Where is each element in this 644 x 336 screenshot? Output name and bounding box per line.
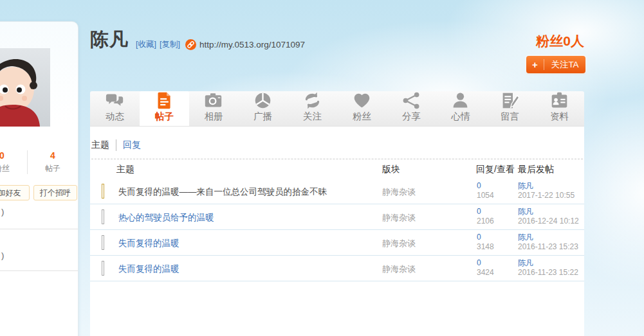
posts-label: 帖子 bbox=[28, 163, 78, 174]
profile-main: 陈凡 [收藏] [复制] http://my.0513.org/1071097 … bbox=[90, 0, 584, 336]
copy-link[interactable]: [复制] bbox=[160, 39, 180, 50]
sidebar-truncated-text: ) bbox=[1, 251, 4, 260]
greet-button[interactable]: 打个招呼 bbox=[33, 185, 77, 200]
posts-count: 4 bbox=[28, 150, 78, 161]
topic-forum-link[interactable]: 静海杂谈 bbox=[382, 263, 416, 275]
last-post-author-link[interactable]: 陈凡 bbox=[518, 258, 578, 268]
note-pen-icon bbox=[501, 91, 519, 110]
topic-row: 失而复得的温暖 静海杂谈 0 3148 陈凡 2016-11-23 15:23 bbox=[90, 230, 584, 256]
last-post-date: 2016-11-23 15:23 bbox=[518, 242, 578, 252]
last-post-date: 2016-11-23 15:22 bbox=[518, 268, 578, 278]
profile-tab[interactable]: 心情 bbox=[436, 91, 486, 126]
profile-stats: 0 粉丝 4 帖子 bbox=[0, 150, 78, 174]
topic-replies-views: 0 2106 bbox=[477, 207, 494, 226]
topic-title-link[interactable]: 失而复得的温暖 bbox=[118, 238, 179, 249]
topic-title-link[interactable]: 失而复得的温暖——来自一位总公司驾驶员的拾金不昧 bbox=[118, 186, 327, 198]
tab-label: 分享 bbox=[402, 111, 421, 123]
dashed-divider bbox=[91, 159, 583, 159]
profile-tab[interactable]: 分享 bbox=[387, 91, 436, 126]
topic-last-post: 陈凡 2016-12-24 10:12 bbox=[518, 207, 579, 226]
sidebar-divider bbox=[0, 270, 78, 271]
sidebar-divider bbox=[0, 229, 78, 229]
topic-row: 热心的驾驶员给予的温暖 静海杂谈 0 2106 陈凡 2016-12-24 10… bbox=[90, 204, 584, 230]
topic-views-count: 3424 bbox=[477, 268, 494, 278]
topic-replies-views: 0 3148 bbox=[477, 233, 494, 252]
topic-replies-count[interactable]: 0 bbox=[477, 181, 494, 191]
topic-list: 失而复得的温暖——来自一位总公司驾驶员的拾金不昧 静海杂谈 0 1054 陈凡 … bbox=[90, 179, 584, 281]
profile-tab[interactable]: 动态 bbox=[90, 91, 140, 126]
topic-replies-count[interactable]: 0 bbox=[477, 258, 494, 268]
topic-title-link[interactable]: 热心的驾驶员给予的温暖 bbox=[118, 212, 214, 224]
topic-last-post: 陈凡 2016-11-23 15:22 bbox=[518, 258, 578, 278]
topic-doc-icon bbox=[102, 263, 104, 274]
profile-tab[interactable]: 留言 bbox=[485, 91, 535, 126]
tab-label: 关注 bbox=[303, 111, 322, 123]
tab-label: 相册 bbox=[204, 111, 223, 123]
avatar-illustration bbox=[0, 48, 50, 127]
sidebar-truncated-text: ) bbox=[1, 207, 4, 217]
share-nodes-icon bbox=[402, 91, 421, 110]
profile-url: http://my.0513.org/1071097 bbox=[199, 40, 305, 49]
last-post-date: 2017-1-22 10:55 bbox=[518, 191, 575, 200]
table-header-row: 主题 版块 回复/查看 最后发帖 bbox=[90, 164, 584, 179]
topic-replies-views: 0 3424 bbox=[477, 258, 494, 278]
profile-tab[interactable]: 粉丝 bbox=[337, 91, 387, 126]
profile-sidebar-card: 0 粉丝 4 帖子 加好友 打个招呼 ) ) bbox=[0, 21, 78, 336]
link-icon bbox=[185, 39, 196, 50]
tab-label: 帖子 bbox=[155, 111, 174, 123]
person-icon bbox=[451, 91, 470, 110]
favorite-link[interactable]: [收藏] bbox=[136, 39, 156, 50]
last-post-author-link[interactable]: 陈凡 bbox=[518, 181, 575, 191]
profile-tab[interactable]: 广播 bbox=[238, 91, 288, 126]
heart-icon bbox=[353, 91, 371, 110]
posts-panel: 主题回复 主题 版块 回复/查看 最后发帖 失而复得的温暖——来自一位总公司驾驶… bbox=[90, 127, 584, 336]
topic-replies-count[interactable]: 0 bbox=[477, 207, 494, 217]
topic-title-link[interactable]: 失而复得的温暖 bbox=[118, 263, 179, 275]
topic-last-post: 陈凡 2017-1-22 10:55 bbox=[518, 181, 575, 200]
profile-meta-row: [收藏] [复制] http://my.0513.org/1071097 bbox=[136, 39, 305, 50]
id-card-icon bbox=[550, 91, 569, 110]
topic-forum-link[interactable]: 静海杂谈 bbox=[382, 238, 416, 249]
plus-icon: + bbox=[526, 59, 544, 70]
subnav-link[interactable]: 回复 bbox=[116, 139, 141, 151]
broadcast-sphere-icon bbox=[253, 91, 272, 110]
stat-fans[interactable]: 0 粉丝 bbox=[0, 150, 27, 174]
add-friend-button[interactable]: 加好友 bbox=[0, 185, 30, 200]
subnav-link[interactable]: 主题 bbox=[91, 139, 109, 151]
topic-doc-icon bbox=[102, 237, 104, 249]
topic-row: 失而复得的温暖 静海杂谈 0 3424 陈凡 2016-11-23 15:22 bbox=[90, 256, 584, 281]
follow-button[interactable]: + 关注TA bbox=[526, 56, 585, 73]
topic-views-count: 1054 bbox=[477, 191, 494, 200]
col-header-replies-views: 回复/查看 bbox=[476, 164, 515, 175]
posts-subnav: 主题回复 bbox=[91, 139, 141, 151]
last-post-date: 2016-12-24 10:12 bbox=[518, 217, 579, 226]
tab-label: 动态 bbox=[106, 111, 124, 123]
topic-views-count: 3148 bbox=[477, 242, 494, 252]
tab-label: 心情 bbox=[451, 111, 470, 123]
camera-icon bbox=[204, 91, 223, 110]
fans-count-headline: 粉丝0人 bbox=[536, 32, 584, 50]
stat-posts[interactable]: 4 帖子 bbox=[27, 150, 78, 174]
profile-tab[interactable]: 相册 bbox=[189, 91, 239, 126]
topic-replies-count[interactable]: 0 bbox=[477, 233, 494, 242]
topic-forum-link[interactable]: 静海杂谈 bbox=[382, 212, 416, 224]
tab-label: 粉丝 bbox=[353, 111, 371, 123]
fans-count: 0 bbox=[0, 150, 27, 161]
topic-doc-icon bbox=[102, 211, 104, 223]
profile-tab[interactable]: 资料 bbox=[535, 91, 584, 126]
last-post-author-link[interactable]: 陈凡 bbox=[518, 233, 578, 242]
avatar[interactable] bbox=[0, 48, 50, 127]
topic-replies-views: 0 1054 bbox=[477, 181, 494, 200]
topic-doc-icon bbox=[102, 186, 104, 197]
topic-forum-link[interactable]: 静海杂谈 bbox=[382, 186, 416, 198]
profile-tab[interactable]: 关注 bbox=[288, 91, 337, 126]
sync-arrows-icon bbox=[303, 91, 322, 110]
col-header-last-post: 最后发帖 bbox=[518, 164, 554, 175]
tab-label: 广播 bbox=[253, 111, 272, 123]
col-header-subject: 主题 bbox=[116, 164, 134, 175]
last-post-author-link[interactable]: 陈凡 bbox=[518, 207, 579, 217]
fans-label: 粉丝 bbox=[0, 163, 27, 174]
profile-tab[interactable]: 帖子 bbox=[140, 91, 189, 126]
follow-button-label: 关注TA bbox=[544, 59, 585, 71]
col-header-forum: 版块 bbox=[382, 164, 400, 175]
